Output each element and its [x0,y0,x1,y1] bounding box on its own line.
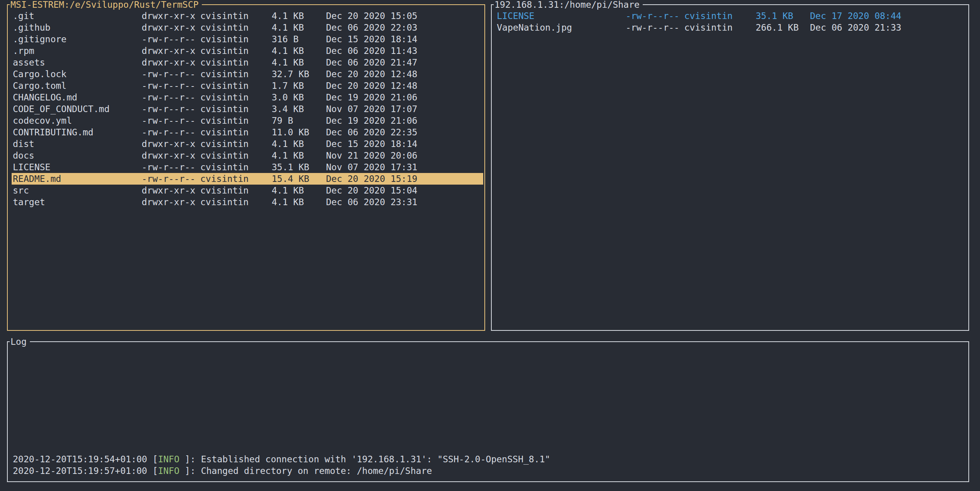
file-perms: -rw-r--r-- [142,103,200,115]
file-size: 11.0 KB [272,126,326,138]
file-row[interactable]: distdrwxr-xr-xcvisintin4.1 KBDec 15 2020… [12,138,483,150]
file-perms: -rw-r--r-- [142,92,200,103]
file-date: Dec 06 2020 23:31 [326,196,483,208]
file-name: .rpm [13,45,142,57]
file-row[interactable]: codecov.yml-rw-r--r--cvisintin79 BDec 19… [12,115,483,126]
file-owner: cvisintin [200,22,272,33]
file-size: 35.1 KB [756,10,810,22]
file-name: LICENSE [13,161,142,173]
file-size: 4.1 KB [272,45,326,57]
file-owner: cvisintin [200,173,272,185]
file-perms: -rw-r--r-- [626,22,684,33]
file-row[interactable]: CHANGELOG.md-rw-r--r--cvisintin3.0 KBDec… [12,92,483,103]
file-row[interactable]: srcdrwxr-xr-xcvisintin4.1 KBDec 20 2020 … [12,185,483,196]
file-name: LICENSE [497,10,626,22]
remote-explorer-panel: 192.168.1.31:/home/pi/Share LICENSE-rw-r… [491,4,969,331]
file-size: 4.1 KB [272,196,326,208]
file-owner: cvisintin [200,68,272,80]
file-name: CONTRIBUTING.md [13,126,142,138]
log-entries: 2020-12-20T15:19:54+01:00 [INFO ]: Estab… [13,453,966,477]
file-row[interactable]: CONTRIBUTING.md-rw-r--r--cvisintin11.0 K… [12,126,483,138]
file-owner: cvisintin [200,115,272,126]
file-date: Dec 20 2020 12:48 [326,80,483,92]
log-entry: 2020-12-20T15:19:54+01:00 [INFO ]: Estab… [13,453,966,465]
file-date: Dec 20 2020 15:05 [326,10,483,22]
file-size: 266.1 KB [756,22,810,33]
log-panel-title: Log [10,336,30,348]
file-date: Nov 21 2020 20:06 [326,150,483,161]
file-date: Dec 19 2020 21:06 [326,92,483,103]
file-name: .gitignore [13,33,142,45]
file-name: CODE_OF_CONDUCT.md [13,103,142,115]
file-name: target [13,196,142,208]
file-row[interactable]: docsdrwxr-xr-xcvisintin4.1 KBNov 21 2020… [12,150,483,161]
file-date: Dec 19 2020 21:06 [326,115,483,126]
file-perms: drwxr-xr-x [142,22,200,33]
file-row[interactable]: .gitignore-rw-r--r--cvisintin316 BDec 15… [12,33,483,45]
log-timestamp: 2020-12-20T15:19:57+01:00 [ [13,466,158,476]
file-perms: -rw-r--r-- [142,68,200,80]
file-date: Dec 06 2020 22:35 [326,126,483,138]
file-name: assets [13,57,142,68]
file-name: Cargo.lock [13,68,142,80]
log-message: ]: Changed directory on remote: /home/pi… [179,466,432,476]
file-date: Dec 06 2020 11:43 [326,45,483,57]
file-name: README.md [13,173,142,185]
file-size: 3.0 KB [272,92,326,103]
file-row[interactable]: LICENSE-rw-r--r--cvisintin35.1 KBDec 17 … [496,10,967,22]
file-name: Cargo.toml [13,80,142,92]
file-size: 4.1 KB [272,22,326,33]
file-perms: drwxr-xr-x [142,150,200,161]
file-owner: cvisintin [200,126,272,138]
file-perms: -rw-r--r-- [142,161,200,173]
file-date: Dec 06 2020 21:47 [326,57,483,68]
file-date: Nov 07 2020 17:31 [326,161,483,173]
file-row[interactable]: CODE_OF_CONDUCT.md-rw-r--r--cvisintin3.4… [12,103,483,115]
file-name: dist [13,138,142,150]
file-date: Dec 17 2020 08:44 [810,10,967,22]
file-owner: cvisintin [200,185,272,196]
file-name: src [13,185,142,196]
file-perms: drwxr-xr-x [142,185,200,196]
file-owner: cvisintin [200,10,272,22]
file-row[interactable]: .githubdrwxr-xr-xcvisintin4.1 KBDec 06 2… [12,22,483,33]
file-owner: cvisintin [200,161,272,173]
file-size: 35.1 KB [272,161,326,173]
log-level: INFO [158,466,179,476]
file-row[interactable]: Cargo.toml-rw-r--r--cvisintin1.7 KBDec 2… [12,80,483,92]
file-perms: -rw-r--r-- [142,80,200,92]
log-panel: Log 2020-12-20T15:19:54+01:00 [INFO ]: E… [7,341,969,482]
file-row[interactable]: Cargo.lock-rw-r--r--cvisintin32.7 KBDec … [12,68,483,80]
file-perms: -rw-r--r-- [626,10,684,22]
file-owner: cvisintin [684,10,756,22]
file-owner: cvisintin [200,92,272,103]
file-owner: cvisintin [200,80,272,92]
file-perms: drwxr-xr-x [142,138,200,150]
file-perms: -rw-r--r-- [142,115,200,126]
file-perms: -rw-r--r-- [142,173,200,185]
file-size: 316 B [272,33,326,45]
file-owner: cvisintin [200,57,272,68]
file-owner: cvisintin [200,103,272,115]
file-row[interactable]: VapeNation.jpg-rw-r--r--cvisintin266.1 K… [496,22,967,33]
remote-panel-title: 192.168.1.31:/home/pi/Share [494,0,643,10]
file-row[interactable]: README.md-rw-r--r--cvisintin15.4 KBDec 2… [12,173,483,185]
file-perms: drwxr-xr-x [142,57,200,68]
file-size: 15.4 KB [272,173,326,185]
file-row[interactable]: LICENSE-rw-r--r--cvisintin35.1 KBNov 07 … [12,161,483,173]
file-perms: drwxr-xr-x [142,10,200,22]
file-size: 1.7 KB [272,80,326,92]
file-owner: cvisintin [200,45,272,57]
file-row[interactable]: assetsdrwxr-xr-xcvisintin4.1 KBDec 06 20… [12,57,483,68]
file-size: 32.7 KB [272,68,326,80]
file-date: Dec 06 2020 22:03 [326,22,483,33]
file-row[interactable]: .gitdrwxr-xr-xcvisintin4.1 KBDec 20 2020… [12,10,483,22]
file-name: .github [13,22,142,33]
file-row[interactable]: .rpmdrwxr-xr-xcvisintin4.1 KBDec 06 2020… [12,45,483,57]
file-owner: cvisintin [200,138,272,150]
file-size: 4.1 KB [272,138,326,150]
file-name: VapeNation.jpg [497,22,626,33]
file-row[interactable]: targetdrwxr-xr-xcvisintin4.1 KBDec 06 20… [12,196,483,208]
file-date: Dec 15 2020 18:14 [326,138,483,150]
file-perms: -rw-r--r-- [142,33,200,45]
